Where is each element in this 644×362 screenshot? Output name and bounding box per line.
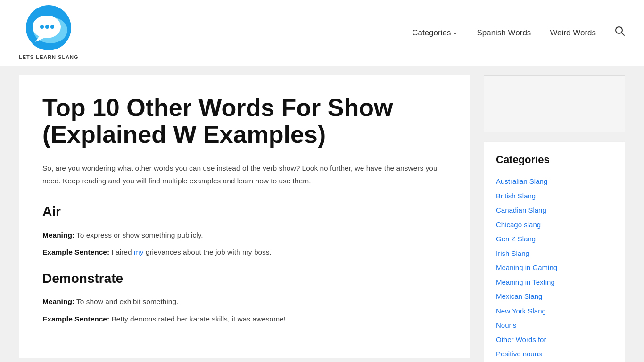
word-heading-demonstrate: Demonstrate: [42, 268, 446, 289]
content-area: Top 10 Other Words For Show (Explained W…: [19, 75, 470, 358]
category-link-meaning-in-texting[interactable]: Meaning in Texting: [496, 277, 613, 288]
category-link-mexican-slang[interactable]: Mexican Slang: [496, 291, 613, 302]
category-link-other-words-for[interactable]: Other Words for: [496, 335, 613, 346]
categories-title: Categories: [496, 151, 613, 168]
category-link-chicago-slang[interactable]: Chicago slang: [496, 220, 613, 230]
word-meaning-demonstrate: Meaning: To show and exhibit something.: [42, 296, 446, 308]
svg-line-7: [621, 33, 624, 35]
highlight-text-air: my: [134, 248, 144, 256]
sidebar-categories: Categories Australian Slang British Slan…: [484, 141, 625, 362]
category-link-british-slang[interactable]: British Slang: [496, 191, 613, 202]
nav-categories-label: Categories: [412, 26, 451, 39]
logo-area: LETS LEARN SLANG: [19, 4, 79, 62]
intro-text: So, are you wondering what other words y…: [42, 162, 446, 187]
chevron-down-icon: ⌄: [453, 28, 458, 38]
category-link-positive-nouns[interactable]: Positive nouns: [496, 349, 613, 360]
logo-text: LETS LEARN SLANG: [19, 53, 79, 62]
svg-point-5: [50, 25, 54, 29]
word-meaning-air: Meaning: To express or show something pu…: [42, 229, 446, 241]
sidebar: Categories Australian Slang British Slan…: [484, 75, 625, 362]
meaning-label-air: Meaning:: [42, 231, 74, 239]
category-link-nouns[interactable]: Nouns: [496, 320, 613, 331]
svg-point-3: [40, 25, 44, 29]
nav-spanish-words[interactable]: Spanish Words: [477, 26, 531, 39]
word-example-demonstrate: Example Sentence: Betty demonstrated her…: [42, 313, 446, 325]
nav-weird-words-label: Weird Words: [550, 26, 596, 39]
nav-categories[interactable]: Categories ⌄: [412, 26, 458, 39]
meaning-label-demonstrate: Meaning:: [42, 297, 74, 305]
example-label-demonstrate: Example Sentence:: [42, 315, 109, 323]
example-label-air: Example Sentence:: [42, 248, 109, 256]
nav-weird-words[interactable]: Weird Words: [550, 26, 596, 39]
category-link-irish-slang[interactable]: Irish Slang: [496, 248, 613, 259]
word-example-air: Example Sentence: I aired my grievances …: [42, 246, 446, 258]
category-link-meaning-in-gaming[interactable]: Meaning in Gaming: [496, 263, 613, 273]
search-icon[interactable]: [615, 25, 625, 41]
svg-point-4: [45, 25, 49, 29]
nav-spanish-words-label: Spanish Words: [477, 26, 531, 39]
word-heading-air: Air: [42, 201, 446, 222]
header: LETS LEARN SLANG Categories ⌄ Spanish Wo…: [0, 0, 644, 66]
category-link-australian-slang[interactable]: Australian Slang: [496, 176, 613, 187]
category-link-new-york-slang[interactable]: New York Slang: [496, 306, 613, 317]
category-link-canadian-slang[interactable]: Canadian Slang: [496, 205, 613, 216]
main-wrapper: Top 10 Other Words For Show (Explained W…: [0, 66, 644, 362]
main-nav: Categories ⌄ Spanish Words Weird Words: [412, 25, 625, 41]
category-link-gen-z-slang[interactable]: Gen Z Slang: [496, 234, 613, 245]
page-title: Top 10 Other Words For Show (Explained W…: [42, 94, 446, 148]
logo-icon[interactable]: [25, 4, 72, 51]
sidebar-ad: [484, 75, 625, 132]
